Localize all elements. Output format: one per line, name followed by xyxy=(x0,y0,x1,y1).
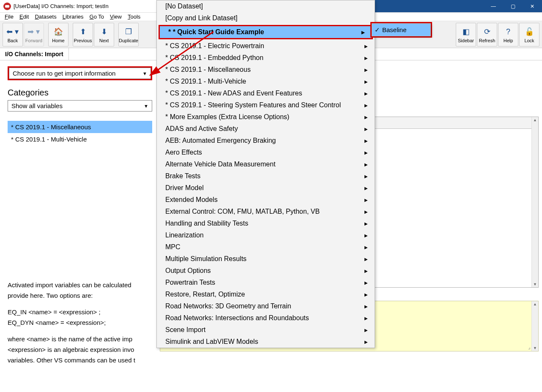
menu-item[interactable]: ADAS and Active Safety xyxy=(157,123,375,135)
variables-list: * CS 2019.1 - Miscellaneous * CS 2019.1 … xyxy=(8,121,152,145)
menu-item[interactable]: * CS 2019.1 - Multi-Vehicle xyxy=(157,76,375,87)
run-dropdown-menu: [No Dataset][Copy and Link Dataset]* * Q… xyxy=(156,0,375,348)
menu-item-label: * More Examples (Extra License Options) xyxy=(165,113,289,121)
toolbar-home[interactable]: 🏠Home xyxy=(48,23,68,46)
up-icon: ⬆ xyxy=(80,26,86,37)
choose-run-dropdown[interactable]: Choose run to get import information ▼ xyxy=(9,68,151,79)
menu-item[interactable]: External Control: COM, FMU, MATLAB, Pyth… xyxy=(157,206,375,218)
toolbar-help[interactable]: ?Help xyxy=(498,23,518,46)
menu-item[interactable]: Extended Models xyxy=(157,194,375,206)
list-item[interactable]: * CS 2019.1 - Multi-Vehicle xyxy=(8,133,152,145)
menu-goto[interactable]: Go To xyxy=(87,14,107,20)
menu-datasets[interactable]: Datasets xyxy=(32,14,59,20)
toolbar-refresh[interactable]: ⟳Refresh xyxy=(477,23,497,46)
menu-item-label: * CS 2019.1 - Electric Powertrain xyxy=(165,42,264,50)
menu-item[interactable]: Driver Model xyxy=(157,182,375,194)
duplicate-icon: ❐ xyxy=(125,26,132,37)
tab-io-import[interactable]: I/O Channels: Import xyxy=(0,48,69,60)
menu-item-label: ADAS and Active Safety xyxy=(165,125,238,133)
check-icon: ✓ xyxy=(375,26,380,34)
menu-item-label: Powertrain Tests xyxy=(165,279,215,286)
menu-item[interactable]: Restore, Restart, Optimize xyxy=(157,289,375,300)
menu-item[interactable]: Scene Import xyxy=(157,324,375,336)
toolbar-back[interactable]: ⬅ ▾Back xyxy=(3,23,23,46)
menu-item-label: Output Options xyxy=(165,267,211,275)
menu-item-label: External Control: COM, FMU, MATLAB, Pyth… xyxy=(165,208,320,215)
menu-libraries[interactable]: Libraries xyxy=(60,14,87,20)
menu-item-label: Aero Effects xyxy=(165,149,202,156)
menu-file[interactable]: File xyxy=(2,14,16,20)
menu-item[interactable]: Road Networks: 3D Geometry and Terrain xyxy=(157,300,375,312)
lock-icon: 🔓 xyxy=(525,26,534,37)
menu-item[interactable]: * * Quick Start Guide Example xyxy=(160,26,372,38)
menu-item-label: Extended Models xyxy=(165,196,218,204)
home-icon: 🏠 xyxy=(54,26,63,37)
menu-item[interactable]: [Copy and Link Dataset] xyxy=(157,12,375,24)
toolbar-sidebar[interactable]: ◧Sidebar xyxy=(456,23,476,46)
categories-dropdown[interactable]: Show all variables ▼ xyxy=(8,100,152,112)
window-buttons: — ▢ ✕ xyxy=(375,0,542,12)
menu-item[interactable]: Output Options xyxy=(157,265,375,277)
menu-item[interactable]: * CS 2019.1 - Electric Powertrain xyxy=(157,40,375,52)
menu-item-label: * CS 2019.1 - Steering System Features a… xyxy=(165,101,341,109)
menu-item[interactable]: Alternate Vehicle Data Measurement xyxy=(157,158,375,170)
toolbar-next[interactable]: ⬇Next xyxy=(94,23,114,46)
menu-item[interactable]: Handling and Stability Tests xyxy=(157,218,375,229)
menu-item[interactable]: * CS 2019.1 - Steering System Features a… xyxy=(157,99,375,111)
menu-item[interactable]: Multiple Simulation Results xyxy=(157,253,375,265)
resize-grip-icon[interactable]: ⌟ xyxy=(528,344,531,350)
app-icon xyxy=(3,3,11,10)
toolbar-forward[interactable]: ➡ ▾Forward xyxy=(24,23,44,46)
menu-item-label: AEB: Automated Emergency Braking xyxy=(165,137,276,144)
menu-item-label: Multiple Simulation Results xyxy=(165,255,246,263)
menu-item[interactable]: Brake Tests xyxy=(157,170,375,182)
forward-icon: ➡ ▾ xyxy=(27,26,40,37)
menu-item-label: Linearization xyxy=(165,231,204,239)
menu-item[interactable]: [No Dataset] xyxy=(157,0,375,12)
menu-item-label: Road Networks: 3D Geometry and Terrain xyxy=(165,302,291,310)
menu-item-label: * CS 2019.1 - New ADAS and Event Feature… xyxy=(165,90,302,97)
menu-item-label: Driver Model xyxy=(165,184,204,192)
scrollbar[interactable] xyxy=(531,117,538,287)
menu-item[interactable]: Linearization xyxy=(157,229,375,241)
left-pane: Choose run to get import information ▼ C… xyxy=(0,60,156,391)
menu-item-label: Simulink and LabVIEW Models xyxy=(165,338,258,346)
toolbar-lock[interactable]: 🔓Lock xyxy=(519,23,539,46)
menu-item-label: MPC xyxy=(165,243,181,251)
back-icon: ⬅ ▾ xyxy=(6,26,19,37)
categories-heading: Categories xyxy=(8,88,152,98)
menu-tools[interactable]: Tools xyxy=(125,14,143,20)
choose-run-label: Choose run to get import information xyxy=(13,70,115,77)
toolbar-duplicate[interactable]: ❐Duplicate xyxy=(118,23,139,46)
menu-item-label: Brake Tests xyxy=(165,172,200,180)
menu-item-label: * * Quick Start Guide Example xyxy=(168,28,264,36)
sidebar-icon: ◧ xyxy=(463,26,470,37)
chevron-down-icon: ▼ xyxy=(142,71,147,76)
baseline-submenu: ✓ Baseline xyxy=(372,23,431,36)
menu-item[interactable]: Powertrain Tests xyxy=(157,277,375,289)
maximize-button[interactable]: ▢ xyxy=(503,0,523,12)
close-button[interactable]: ✕ xyxy=(523,0,542,12)
menu-edit[interactable]: Edit xyxy=(16,14,32,20)
menu-item[interactable]: * CS 2019.1 - New ADAS and Event Feature… xyxy=(157,87,375,99)
menu-view[interactable]: View xyxy=(107,14,125,20)
menu-item-label: Scene Import xyxy=(165,326,205,334)
chevron-down-icon: ▼ xyxy=(144,103,148,109)
menu-item[interactable]: MPC xyxy=(157,241,375,253)
menu-item[interactable]: AEB: Automated Emergency Braking xyxy=(157,135,375,147)
menu-item[interactable]: Aero Effects xyxy=(157,147,375,158)
menu-item-label: Alternate Vehicle Data Measurement xyxy=(165,161,276,168)
minimize-button[interactable]: — xyxy=(484,0,503,12)
submenu-item-baseline[interactable]: ✓ Baseline xyxy=(372,24,430,36)
categories-value: Show all variables xyxy=(11,102,63,109)
menu-item[interactable]: Road Networks: Intersections and Roundab… xyxy=(157,312,375,324)
menu-item[interactable]: * More Examples (Extra License Options) xyxy=(157,111,375,123)
menu-item[interactable]: * CS 2019.1 - Embedded Python xyxy=(157,52,375,64)
down-icon: ⬇ xyxy=(101,26,107,37)
menu-item[interactable]: Simulink and LabVIEW Models xyxy=(157,336,375,348)
toolbar-previous[interactable]: ⬆Previous xyxy=(73,23,93,46)
menu-item-label: [Copy and Link Dataset] xyxy=(165,14,238,22)
list-item[interactable]: * CS 2019.1 - Miscellaneous xyxy=(8,121,152,133)
menu-item[interactable]: * CS 2019.1 - Miscellaneous xyxy=(157,64,375,76)
scrollbar[interactable] xyxy=(531,301,538,351)
